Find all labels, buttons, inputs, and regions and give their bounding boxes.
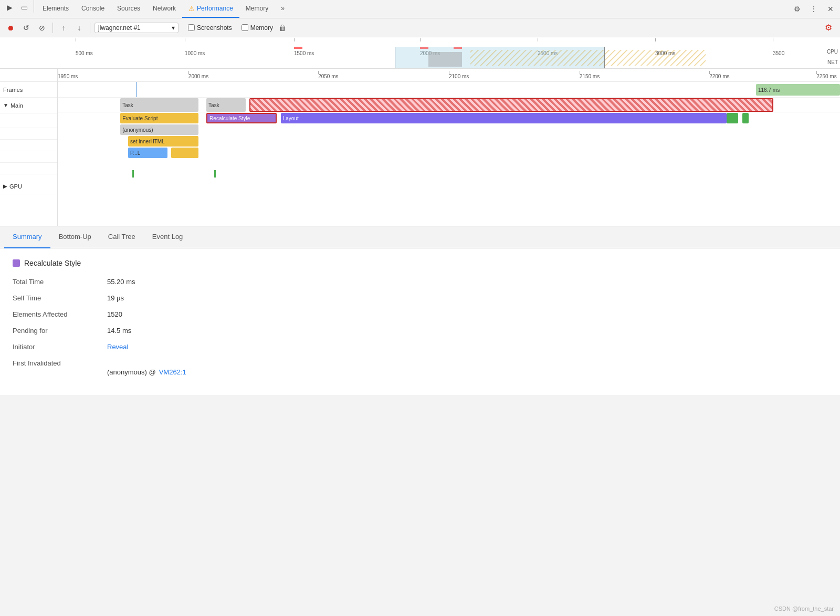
level2-row: (anonymous) xyxy=(58,124,840,135)
green-block-1 xyxy=(727,113,738,123)
level3a-row: set innerHTML xyxy=(58,135,840,147)
anonymous-block[interactable]: (anonymous) xyxy=(120,124,198,135)
tab-more[interactable]: » xyxy=(275,0,291,18)
summary-panel: Recalculate Style Total Time 55.20 ms Se… xyxy=(0,248,840,395)
first-invalidated-row: First Invalidated (anonymous) @ VM262:1 xyxy=(13,359,827,376)
color-swatch xyxy=(13,259,20,267)
elements-affected-value: 1520 xyxy=(107,310,122,318)
total-time-label: Total Time xyxy=(13,278,107,286)
setinnerhtml-block[interactable]: set innerHTML xyxy=(128,136,198,147)
layout-block[interactable]: Layout xyxy=(281,113,727,123)
gpu-pip-2 xyxy=(214,170,216,178)
tab-event-log[interactable]: Event Log xyxy=(144,226,192,248)
timeline-labels: Frames ▼ Main ▶ GPU xyxy=(0,69,58,226)
more-icon[interactable]: ⋮ xyxy=(806,2,821,16)
pending-for-value: 14.5 ms xyxy=(107,327,131,335)
tab-network[interactable]: Network xyxy=(146,0,182,18)
tick-2100: 2100 ms xyxy=(449,71,469,81)
warning-icon: ⚠ xyxy=(188,5,195,13)
gpu-row xyxy=(58,166,840,182)
cursor-icon[interactable]: ▶ xyxy=(2,0,17,15)
pl-blue-block[interactable]: P...L xyxy=(128,148,167,158)
chevron-icon: ▾ xyxy=(172,24,175,32)
tab-memory[interactable]: Memory xyxy=(239,0,275,18)
elements-affected-row: Elements Affected 1520 xyxy=(13,310,827,318)
recording-bar: ⏺ ↺ ⊘ ↑ ↓ jlwagner.net #1 ▾ Screenshots … xyxy=(0,18,840,37)
separator xyxy=(90,23,90,33)
tab-elements[interactable]: Elements xyxy=(36,0,75,18)
pending-for-label: Pending for xyxy=(13,327,107,335)
gpu-pip-1 xyxy=(132,170,134,178)
gpu-label[interactable]: ▶ GPU xyxy=(0,179,57,194)
pending-for-row: Pending for 14.5 ms xyxy=(13,327,827,335)
tab-summary[interactable]: Summary xyxy=(4,226,50,248)
level3b-row-label xyxy=(0,163,57,174)
tick-2150: 2150 ms xyxy=(580,71,600,81)
first-invalidated-label: First Invalidated xyxy=(13,359,107,367)
subtask-row: Evaluate Script Recalculate Style Layout xyxy=(58,112,840,124)
tab-console[interactable]: Console xyxy=(75,0,111,18)
level3a-row-label xyxy=(0,151,57,163)
pl-yellow-block[interactable] xyxy=(171,148,198,158)
screenshots-checkbox[interactable] xyxy=(188,24,195,31)
separator xyxy=(34,0,34,13)
memory-checkbox[interactable] xyxy=(242,24,248,31)
memory-checkbox-wrap: Memory xyxy=(242,24,273,32)
settings-icon[interactable]: ⚙ xyxy=(790,2,804,16)
frames-row: 116.7 ms xyxy=(58,82,840,98)
tab-bottom-up[interactable]: Bottom-Up xyxy=(50,226,100,248)
first-invalidated-link[interactable]: VM262:1 xyxy=(159,368,186,376)
total-time-value: 55.20 ms xyxy=(107,278,135,286)
upload-button[interactable]: ↑ xyxy=(57,22,70,34)
screenshots-checkbox-wrap: Screenshots xyxy=(188,24,232,32)
tick-2000: 2000 ms xyxy=(188,71,208,81)
subtask-row-label xyxy=(0,128,57,140)
initiator-link[interactable]: Reveal xyxy=(107,343,128,351)
separator xyxy=(52,23,53,33)
task-block-2[interactable]: Task xyxy=(206,98,246,112)
responsive-icon[interactable]: ▭ xyxy=(17,0,32,15)
clear-button[interactable]: ⊘ xyxy=(36,22,48,34)
task-row-label xyxy=(0,113,57,128)
frames-label: Frames xyxy=(0,82,57,98)
url-selector[interactable]: jlwagner.net #1 ▾ xyxy=(94,23,178,33)
task-block-hatched[interactable] xyxy=(249,98,773,112)
time-ruler: 1950 ms 2000 ms 2050 ms 2100 ms 2150 ms … xyxy=(58,69,840,82)
reload-button[interactable]: ↺ xyxy=(20,22,33,34)
self-time-row: Self Time 19 μs xyxy=(13,294,827,302)
green-block-2 xyxy=(742,113,749,123)
timeline-content: 1950 ms 2000 ms 2050 ms 2100 ms 2150 ms … xyxy=(58,69,840,226)
recalculate-style-block[interactable]: Recalculate Style xyxy=(206,113,277,123)
ruler-spacer xyxy=(0,69,57,82)
tab-sources[interactable]: Sources xyxy=(111,0,146,18)
gear-button[interactable]: ⚙ xyxy=(821,20,836,35)
task-block-1[interactable]: Task xyxy=(120,98,198,112)
watermark: CSDN @from_the_star xyxy=(774,605,834,612)
detail-timeline: Frames ▼ Main ▶ GPU 1950 ms 2000 ms 2050… xyxy=(0,69,840,226)
elements-affected-label: Elements Affected xyxy=(13,310,107,318)
tab-call-tree[interactable]: Call Tree xyxy=(100,226,144,248)
trash-button[interactable]: 🗑 xyxy=(276,22,289,34)
summary-title: Recalculate Style xyxy=(13,259,827,267)
timeline-overview[interactable]: 500 ms 1000 ms 1500 ms 2000 ms 2500 ms 3… xyxy=(0,37,840,69)
close-icon[interactable]: ✕ xyxy=(823,2,838,16)
tab-performance[interactable]: ⚠ Performance xyxy=(182,0,239,18)
task-row: Task Task xyxy=(58,98,840,112)
level3b-row: P...L xyxy=(58,147,840,159)
tick-1950: 1950 ms xyxy=(58,71,78,81)
tick-2050: 2050 ms xyxy=(318,71,338,81)
gpu-triangle: ▶ xyxy=(3,183,7,189)
record-button[interactable]: ⏺ xyxy=(4,22,17,34)
initiator-row: Initiator Reveal xyxy=(13,343,827,351)
evaluate-script-block[interactable]: Evaluate Script xyxy=(120,113,198,123)
tick-2250: 2250 ms xyxy=(816,71,836,81)
initiator-label: Initiator xyxy=(13,343,107,351)
frame-block[interactable]: 116.7 ms xyxy=(756,84,840,96)
bottom-tab-bar: Summary Bottom-Up Call Tree Event Log xyxy=(0,226,840,248)
selection-highlight[interactable] xyxy=(395,47,605,69)
self-time-value: 19 μs xyxy=(107,294,124,302)
main-label[interactable]: ▼ Main xyxy=(0,98,57,113)
level2-row-label xyxy=(0,140,57,151)
download-button[interactable]: ↓ xyxy=(73,22,86,34)
collapse-triangle: ▼ xyxy=(3,102,8,108)
